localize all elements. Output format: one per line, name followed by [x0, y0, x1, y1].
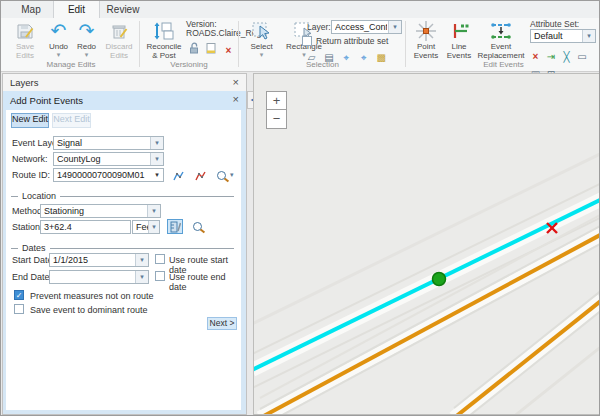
- use-route-end-date-label: Use route end date: [169, 272, 241, 292]
- save-icon: [7, 20, 43, 42]
- layer-select[interactable]: Access_Control ▾: [331, 20, 402, 34]
- next-button[interactable]: Next >: [207, 317, 237, 330]
- chevron-down-icon[interactable]: ▾: [582, 30, 595, 42]
- redo-icon: ↷: [79, 22, 95, 40]
- chevron-down-icon[interactable]: ▾: [73, 51, 100, 58]
- pick-route-from-selection-icon[interactable]: [192, 168, 208, 183]
- next-edit-button[interactable]: Next Edit: [52, 113, 91, 128]
- group-divider: [405, 21, 406, 67]
- new-edit-button[interactable]: New Edit: [11, 113, 49, 128]
- station-input[interactable]: 3+62.4: [40, 220, 131, 234]
- zoom-to-route-icon[interactable]: [213, 168, 229, 183]
- use-route-end-date-checkbox[interactable]: ✓: [155, 271, 165, 281]
- chevron-down-icon[interactable]: ▾: [135, 254, 148, 266]
- tab-edit[interactable]: Edit: [53, 1, 100, 18]
- event-layer-select[interactable]: Signal ▾: [53, 136, 164, 150]
- chevron-down-icon[interactable]: ▾: [151, 169, 163, 181]
- tab-map[interactable]: Map: [9, 1, 53, 18]
- prevent-measures-checkbox[interactable]: ✓: [14, 290, 24, 300]
- reconcile-icon: [144, 20, 184, 42]
- zoom-to-station-icon[interactable]: [189, 219, 205, 234]
- method-select[interactable]: Stationing ▾: [40, 204, 161, 218]
- location-section-title: Location: [22, 191, 56, 201]
- chevron-down-icon[interactable]: ▾: [245, 51, 278, 58]
- dates-section-divider: Dates: [11, 243, 234, 253]
- dates-section-title: Dates: [22, 243, 46, 253]
- end-date-label: End Date:: [12, 272, 52, 282]
- route-id-label: Route ID:: [12, 170, 50, 180]
- map-zoom-control: + −: [266, 91, 287, 129]
- select-cursor-icon: [245, 20, 278, 42]
- select-button[interactable]: Select ▾: [245, 20, 278, 58]
- group-divider: [139, 21, 140, 67]
- close-icon[interactable]: ×: [233, 76, 239, 88]
- return-attribute-set-checkbox[interactable]: ✓: [302, 36, 312, 46]
- versioning-tools: ×: [187, 40, 235, 58]
- delete-version-icon[interactable]: ×: [222, 44, 235, 57]
- map-canvas[interactable]: + −: [253, 73, 600, 415]
- layer-label: Layer:: [307, 22, 331, 32]
- chevron-down-icon[interactable]: ▾: [388, 21, 401, 33]
- network-select[interactable]: CountyLog ▾: [53, 152, 164, 166]
- add-point-events-header: Add Point Events ×: [3, 91, 246, 110]
- attribute-set-label: Attribute Set:: [530, 19, 579, 29]
- save-dominant-route-label: Save event to dominant route: [30, 305, 148, 315]
- location-section-divider: Location: [11, 191, 234, 201]
- prevent-measures-label: Prevent measures not on route: [30, 291, 154, 301]
- chevron-down-icon[interactable]: ▾: [148, 221, 159, 233]
- point-events-icon: [410, 20, 442, 42]
- undo-button[interactable]: ↶ Undo ▾: [45, 20, 72, 58]
- group-selection: Select ▾ Rectangle ▾ Layer: Access_Contr…: [241, 18, 404, 70]
- network-label: Network:: [12, 154, 48, 164]
- ribbon-tabstrip: Map Edit Review: [1, 1, 599, 18]
- point-event-marker: [433, 273, 446, 286]
- group-edit-events: Point Events Line Events Event Replaceme…: [408, 18, 599, 70]
- pane-title: Add Point Events: [10, 95, 83, 106]
- group-versioning: Reconcile & Post Version: ROADS.Claire_R…: [142, 18, 236, 70]
- chevron-down-icon[interactable]: ▾: [147, 205, 160, 217]
- unlock-icon[interactable]: [187, 42, 200, 55]
- end-date-picker[interactable]: ▾: [49, 270, 149, 284]
- use-route-start-date-checkbox[interactable]: ✓: [155, 254, 165, 264]
- ribbon: Save Edits ↶ Undo ▾ ↷ Redo ▾ Discard Edi…: [1, 18, 599, 72]
- station-units-select[interactable]: Feet ▾: [132, 220, 160, 234]
- group-divider: [238, 21, 239, 67]
- chevron-down-icon[interactable]: ▾: [230, 171, 234, 179]
- chevron-down-icon[interactable]: ▾: [150, 153, 163, 165]
- pick-station-on-map-icon[interactable]: [167, 219, 183, 234]
- route-id-combobox[interactable]: 14900000700090M01 ▾: [53, 168, 164, 182]
- start-date-picker[interactable]: 1/1/2015 ▾: [49, 253, 149, 267]
- undo-icon: ↶: [51, 22, 67, 40]
- zoom-in-button[interactable]: +: [266, 91, 287, 110]
- reconcile-post-button[interactable]: Reconcile & Post: [144, 20, 184, 60]
- event-replacement-icon: [474, 20, 528, 42]
- redo-button[interactable]: ↷ Redo ▾: [73, 20, 100, 58]
- chevron-down-icon[interactable]: ▾: [150, 137, 163, 149]
- layers-pane-header: Layers ×: [3, 74, 246, 92]
- attribute-set-select[interactable]: Default ▾: [530, 29, 596, 43]
- zoom-out-button[interactable]: −: [266, 110, 287, 129]
- save-dominant-route-checkbox[interactable]: ✓: [14, 304, 24, 314]
- line-events-button[interactable]: Line Events: [444, 20, 474, 60]
- close-icon[interactable]: ×: [233, 93, 239, 105]
- group-manage-edits: Save Edits ↶ Undo ▾ ↷ Redo ▾ Discard Edi…: [5, 18, 137, 70]
- save-edits-button[interactable]: Save Edits: [7, 20, 43, 60]
- layers-title: Layers: [10, 77, 39, 88]
- chevron-down-icon[interactable]: ▾: [45, 51, 72, 58]
- line-events-icon: [444, 20, 474, 42]
- trash-icon: [101, 20, 137, 42]
- chevron-down-icon[interactable]: ▾: [135, 271, 148, 283]
- point-events-button[interactable]: Point Events: [410, 20, 442, 60]
- station-label: Station:: [12, 222, 43, 232]
- pick-route-from-map-icon[interactable]: [170, 168, 186, 183]
- event-replacement-button[interactable]: Event Replacement: [474, 20, 528, 60]
- discard-edits-button[interactable]: Discard Edits: [101, 20, 137, 60]
- add-point-events-content: New Edit Next Edit Event Layer: Signal ▾…: [3, 110, 246, 414]
- dock-pane: Layers × Add Point Events × New Edit Nex…: [2, 73, 247, 415]
- map-graphics: [254, 74, 600, 415]
- edit-version-icon[interactable]: [204, 42, 217, 55]
- app-window: Map Edit Review Save Edits ↶ Undo ▾ ↷ Re…: [0, 0, 600, 416]
- return-attribute-set-label: Return attribute set: [316, 36, 388, 46]
- tab-review[interactable]: Review: [98, 1, 148, 18]
